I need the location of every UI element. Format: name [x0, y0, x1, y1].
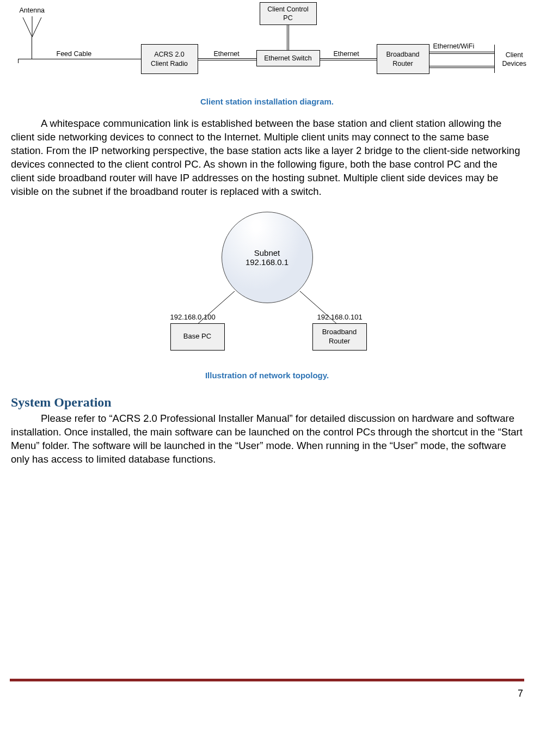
ethernet-switch-box: Ethernet Switch — [256, 50, 320, 66]
network-topology-diagram: Subnet 192.168.0.1 192.168.0.100 Base PC… — [158, 211, 376, 363]
client-devices-bus — [494, 45, 495, 73]
broadband-router-ip: 192.168.0.101 — [317, 313, 363, 321]
client-devices-label: Client Devices — [502, 51, 526, 69]
client-control-pc-box: Client Control PC — [260, 2, 317, 25]
svg-line-0 — [23, 17, 32, 37]
ethernet-wifi-label: Ethernet/WiFi — [433, 42, 475, 50]
system-operation-heading: System Operation — [11, 395, 523, 410]
pc-to-switch-line — [287, 25, 289, 50]
ethernet-wifi-line-2 — [429, 66, 495, 68]
page-number: 7 — [518, 688, 523, 699]
paragraph-1: A whitespace communication link is estab… — [11, 117, 523, 199]
ethernet-line-1 — [198, 58, 256, 60]
paragraph-2: Please refer to “ACRS 2.0 Professional I… — [11, 412, 523, 466]
antenna-stem-line — [32, 37, 32, 59]
antenna-icon — [19, 16, 46, 37]
feed-cable-end — [18, 59, 19, 63]
broadband-router-box: Broadband Router — [377, 44, 429, 74]
footer-rule — [10, 679, 524, 681]
base-pc-box: Base PC — [170, 323, 225, 351]
ethernet-label-1: Ethernet — [214, 50, 240, 58]
ethernet-label-2: Ethernet — [334, 50, 359, 58]
broadband-router-box-2: Broadband Router — [312, 323, 367, 351]
client-station-diagram: Antenna Feed Cable ACRS 2.0 Client Radio… — [6, 0, 529, 87]
diagram2-caption: Illustration of network topology. — [5, 371, 529, 380]
subnet-circle: Subnet 192.168.0.1 — [222, 212, 313, 303]
antenna-label: Antenna — [20, 7, 45, 14]
feed-cable-label: Feed Cable — [57, 50, 92, 58]
subnet-ip: 192.168.0.1 — [245, 257, 289, 267]
acrs-client-radio-box: ACRS 2.0 Client Radio — [141, 44, 198, 74]
subnet-label: Subnet — [254, 248, 280, 257]
ethernet-line-2 — [320, 58, 377, 60]
diagram1-caption: Client station installation diagram. — [5, 97, 529, 106]
feed-cable-line — [18, 59, 141, 59]
ethernet-wifi-line-1 — [429, 52, 495, 54]
base-pc-ip: 192.168.0.100 — [170, 313, 216, 321]
svg-line-2 — [32, 17, 41, 37]
